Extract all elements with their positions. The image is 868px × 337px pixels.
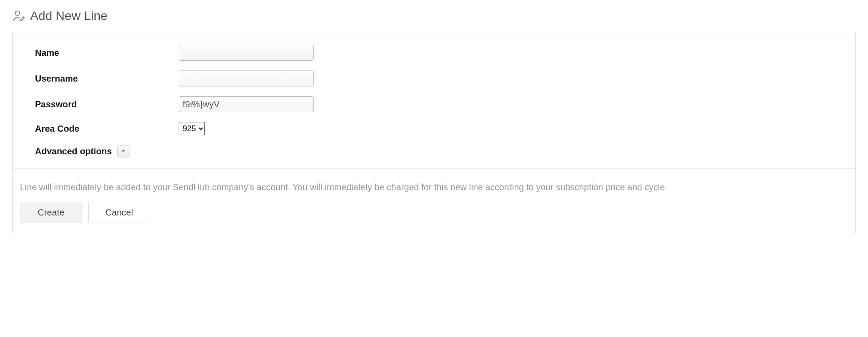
create-button[interactable]: Create (20, 202, 82, 223)
row-area-code: Area Code 925 (35, 122, 833, 135)
row-password: Password (35, 96, 833, 112)
label-advanced: Advanced options (35, 146, 112, 157)
label-username: Username (35, 74, 179, 84)
cancel-button[interactable]: Cancel (88, 202, 150, 223)
form-panel: Name Username Password Area Code 925 Adv… (12, 32, 856, 234)
label-area-code: Area Code (35, 124, 179, 134)
user-edit-icon (12, 9, 26, 23)
chevron-down-icon (121, 149, 126, 154)
username-input[interactable] (179, 71, 314, 86)
row-advanced: Advanced options (35, 145, 833, 157)
svg-point-0 (15, 11, 20, 16)
label-name: Name (35, 48, 179, 58)
footer-area: Line will immediately be added to your S… (13, 168, 855, 234)
page-header: Add New Line (12, 9, 856, 23)
label-password: Password (35, 99, 179, 110)
password-input[interactable] (179, 96, 314, 112)
area-code-select[interactable]: 925 (179, 122, 205, 135)
advanced-toggle-button[interactable] (117, 145, 129, 157)
row-name: Name (35, 45, 833, 61)
row-username: Username (35, 71, 833, 86)
button-row: Create Cancel (20, 202, 848, 223)
form-area: Name Username Password Area Code 925 Adv… (13, 32, 855, 168)
footer-note: Line will immediately be added to your S… (20, 181, 848, 194)
page-title: Add New Line (30, 9, 107, 23)
name-input[interactable] (179, 45, 314, 61)
